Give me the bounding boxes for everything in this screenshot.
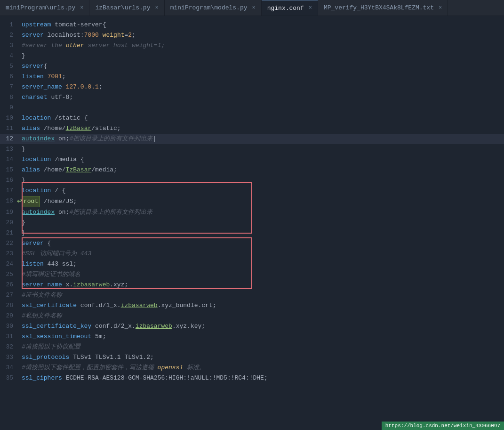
code-line: 34 #请按照以下套件配置，配置加密套件，写法遵循 openssl 标准。 bbox=[0, 363, 504, 373]
code-line: 3 #server the other server host weight=1… bbox=[0, 41, 504, 51]
code-line: 21 } bbox=[0, 228, 504, 238]
editor: 1 upstream tomcat-server{ 2 server local… bbox=[0, 16, 504, 430]
code-line: 13 } bbox=[0, 144, 504, 154]
code-line: 14 location /media { bbox=[0, 154, 504, 165]
code-line: 2 server localhost:7000 weight=2; bbox=[0, 30, 504, 41]
code-line: 6 listen 7001; bbox=[0, 72, 504, 82]
tab-close-icon[interactable]: × bbox=[309, 5, 312, 11]
code-line: 26 server_name x.izbasarweb.xyz; bbox=[0, 280, 504, 290]
code-line: 4 } bbox=[0, 51, 504, 61]
code-line: 7 server_name 127.0.0.1; bbox=[0, 82, 504, 92]
code-line: 33 ssl_protocols TLSv1 TLSv1.1 TLSv1.2; bbox=[0, 352, 504, 363]
code-line: 30 ssl_certificate_key conf.d/2_x.izbasa… bbox=[0, 321, 504, 332]
code-line: 24 listen 443 ssl; bbox=[0, 259, 504, 269]
tab-close-icon[interactable]: × bbox=[252, 5, 256, 11]
code-line: 18 ↩ root /home/JS; bbox=[0, 196, 504, 207]
code-line: 32 #请按照以下协议配置 bbox=[0, 342, 504, 352]
code-line: 8 charset utf-8; bbox=[0, 92, 504, 103]
code-line: 16 } bbox=[0, 175, 504, 186]
code-line: 28 ssl_certificate conf.d/1_x.izbasarweb… bbox=[0, 300, 504, 311]
code-line: 31 ssl_session_timeout 5m; bbox=[0, 332, 504, 342]
tab-label: MP_verify_H3YtBX4SAk8LfEZM.txt bbox=[324, 4, 434, 11]
watermark: https://blog.csdn.net/weixin_43066097 bbox=[382, 422, 504, 430]
code-line: 5 server{ bbox=[0, 61, 504, 72]
tab-close-icon[interactable]: × bbox=[155, 5, 158, 11]
code-line: 11 alias /home/IzBasar/static; bbox=[0, 123, 504, 134]
tab-mp-verify[interactable]: MP_verify_H3YtBX4SAk8LfEZM.txt × bbox=[318, 0, 448, 16]
tab-miniprogram-urls[interactable]: miniProgram\urls.py × bbox=[0, 0, 89, 16]
code-editor[interactable]: 1 upstream tomcat-server{ 2 server local… bbox=[0, 16, 504, 430]
tab-close-icon[interactable]: × bbox=[80, 5, 83, 11]
tab-nginx-conf[interactable]: nginx.conf × bbox=[262, 0, 318, 16]
tab-label: miniProgram\models.py bbox=[170, 4, 248, 11]
code-line: 9 bbox=[0, 103, 504, 113]
tab-label: miniProgram\urls.py bbox=[6, 4, 75, 11]
tab-label: izBasar\urls.py bbox=[95, 4, 150, 11]
code-line: 15 alias /home/IzBasar/media; bbox=[0, 165, 504, 175]
code-line: 1 upstream tomcat-server{ bbox=[0, 20, 504, 30]
code-line: 25 #填写绑定证书的域名 bbox=[0, 269, 504, 280]
code-line: 22 server { bbox=[0, 238, 504, 249]
tab-izbasar-urls[interactable]: izBasar\urls.py × bbox=[89, 0, 164, 16]
tab-label: nginx.conf bbox=[267, 5, 304, 12]
code-line: 10 location /static { bbox=[0, 113, 504, 123]
code-line: 12 autoindex on;#把该目录上的所有文件列出来| bbox=[0, 134, 504, 144]
code-line: 20 } bbox=[0, 218, 504, 228]
tab-close-icon[interactable]: × bbox=[439, 5, 442, 11]
code-line: 23 #SSL 访问端口号为 443 bbox=[0, 249, 504, 259]
code-line: 19 autoindex on;#把该目录上的所有文件列出来 bbox=[0, 207, 504, 218]
code-line: 35 ssl_ciphers ECDHE-RSA-AES128-GCM-SHA2… bbox=[0, 373, 504, 383]
code-line: 29 #私钥文件名称 bbox=[0, 311, 504, 321]
tab-bar: miniProgram\urls.py × izBasar\urls.py × … bbox=[0, 0, 504, 16]
code-line: 17 location / { bbox=[0, 186, 504, 196]
tab-miniprogram-models[interactable]: miniProgram\models.py × bbox=[165, 0, 262, 16]
code-line: 27 #证书文件名称 bbox=[0, 290, 504, 300]
